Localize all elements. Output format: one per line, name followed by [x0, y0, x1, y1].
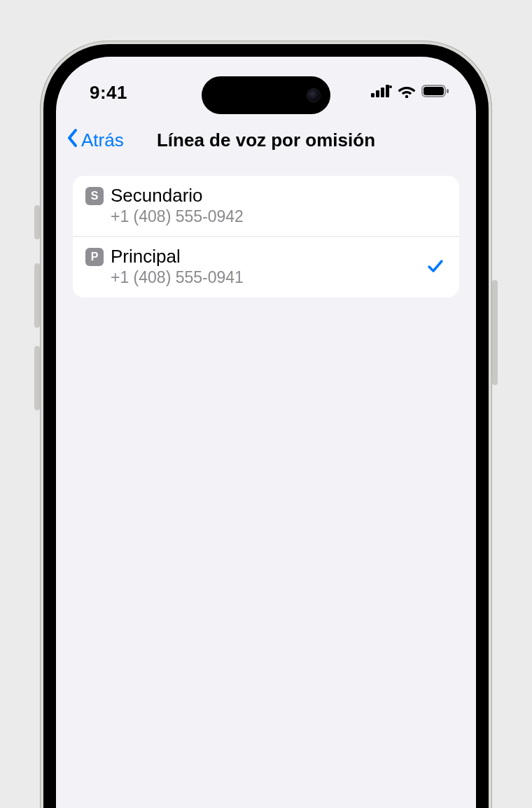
line-number: +1 (408) 555-0942	[111, 207, 445, 227]
svg-rect-7	[424, 87, 444, 95]
sim-badge-icon: S	[85, 187, 104, 205]
phone-volume-up-button	[34, 263, 40, 328]
line-number: +1 (408) 555-0941	[111, 268, 419, 288]
battery-icon	[421, 85, 449, 100]
line-name: Secundario	[111, 186, 445, 207]
phone-volume-down-button	[34, 346, 40, 410]
phone-silent-switch	[34, 205, 40, 239]
chevron-left-icon	[66, 127, 80, 153]
svg-point-5	[405, 95, 408, 97]
back-button[interactable]: Atrás	[62, 118, 128, 162]
svg-rect-3	[386, 85, 389, 97]
phone-side-button	[492, 280, 498, 385]
svg-point-4	[389, 85, 392, 88]
svg-rect-8	[447, 89, 449, 93]
line-option-secondary[interactable]: S Secundario +1 (408) 555-0942	[73, 176, 459, 236]
line-option-primary[interactable]: P Principal +1 (408) 555-0941	[73, 236, 459, 297]
screen: 9:41	[56, 57, 476, 808]
svg-rect-0	[371, 93, 374, 97]
back-label: Atrás	[81, 130, 124, 151]
nav-bar: Atrás Línea de voz por omisión	[56, 118, 476, 162]
checkmark-icon	[426, 256, 445, 279]
line-name: Principal	[111, 246, 419, 267]
wifi-icon	[398, 85, 416, 101]
svg-rect-2	[381, 88, 384, 97]
status-time: 9:41	[90, 82, 127, 104]
svg-rect-1	[376, 90, 379, 97]
voice-line-list: S Secundario +1 (408) 555-0942	[73, 176, 459, 298]
phone-frame: 9:41	[40, 41, 492, 808]
cellular-icon	[371, 85, 392, 100]
front-camera	[307, 88, 321, 102]
sim-badge-icon: P	[85, 248, 104, 266]
dynamic-island	[202, 76, 330, 114]
